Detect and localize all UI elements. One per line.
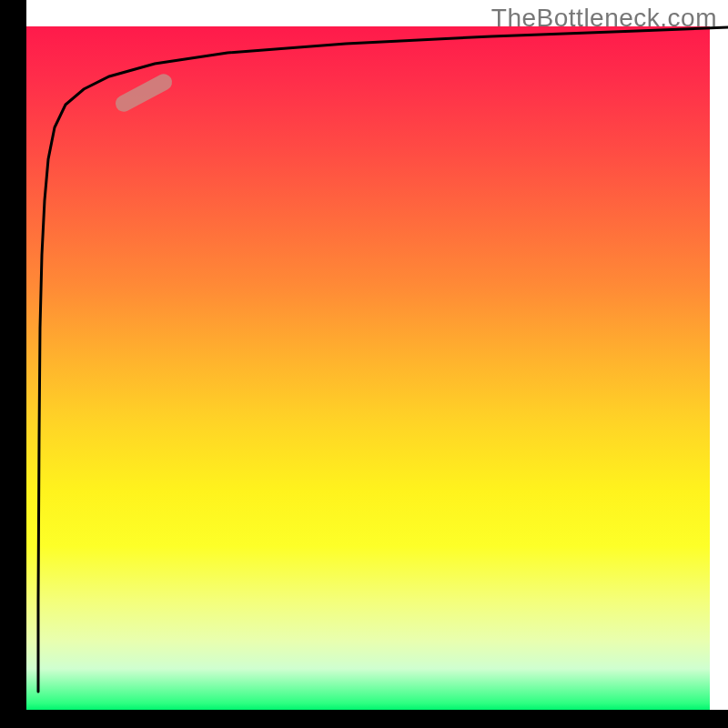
watermark-text: TheBottleneck.com [491,4,717,33]
plot-background-gradient [26,26,710,710]
y-axis [0,0,26,728]
chart-canvas: TheBottleneck.com [0,0,728,728]
x-axis [0,710,728,728]
